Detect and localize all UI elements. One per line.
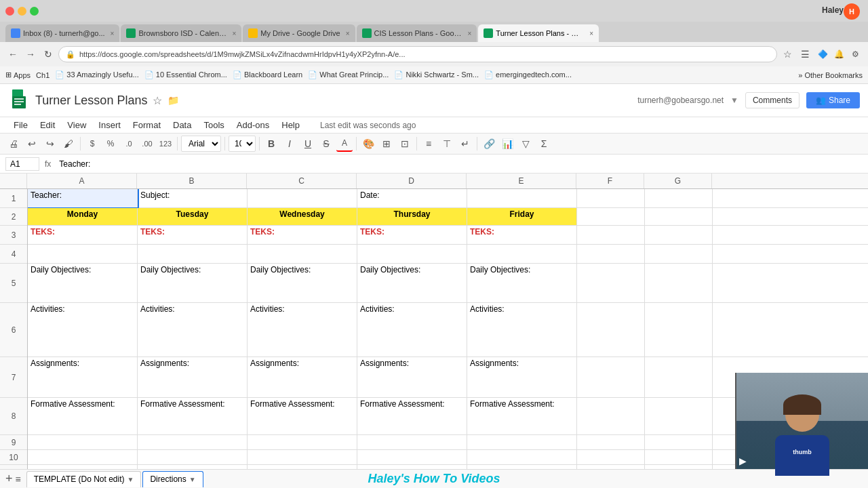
col-header-c[interactable]: C [247,174,357,188]
sheet-tab-template[interactable]: TEMPLATE (Do Not edit) ▼ [26,471,142,487]
cell-c6-activities[interactable]: Activities: [248,303,357,357]
bookmark-nikki[interactable]: 📄 Nikki Schwartz - Sm... [394,70,479,79]
cell-f8[interactable] [577,398,645,434]
cell-b6-activities[interactable]: Activities: [138,303,248,357]
text-color-button[interactable]: A [336,136,353,152]
menu-addons[interactable]: Add-ons [231,119,275,131]
cell-f3[interactable] [577,226,645,244]
cell-c10[interactable] [248,450,357,464]
cell-g10[interactable] [645,450,713,464]
cell-c8-formative[interactable]: Formative Assessment: [248,398,357,434]
cell-a7-assignments[interactable]: Assignments: [28,357,138,397]
cell-d3-teks[interactable]: TEKS: [357,226,467,244]
sheet-list-button[interactable]: ≡ [16,474,21,485]
row-num-1[interactable]: 1 [0,189,27,208]
back-button[interactable]: ← [5,47,20,62]
cell-f1[interactable] [577,189,645,207]
close-button[interactable] [5,7,14,16]
cell-g6[interactable] [645,303,713,357]
menu-tools[interactable]: Tools [198,119,229,131]
ext-icon-3[interactable]: ⚙ [848,47,863,62]
cell-b1[interactable]: Subject: [138,189,248,207]
reload-button[interactable]: ↻ [41,47,56,62]
forward-button[interactable]: → [23,47,38,62]
menu-view[interactable]: View [62,119,92,131]
col-header-g[interactable]: G [644,174,712,188]
cell-g8[interactable] [645,398,713,434]
cell-a10[interactable] [28,450,138,464]
percent-button[interactable]: % [102,136,119,152]
comments-button[interactable]: Comments [745,92,800,108]
menu-help[interactable]: Help [276,119,305,131]
bookmark-blackboard[interactable]: 📄 Blackboard Learn [233,70,302,79]
col-header-f[interactable]: F [576,174,644,188]
bookmark-apps[interactable]: ⊞ Apps [5,70,31,79]
merge-button[interactable]: ⊡ [397,136,413,152]
cell-a1[interactable]: Teacher: [28,189,138,207]
cell-e9[interactable] [467,435,577,449]
cell-d7-assignments[interactable]: Assignments: [357,357,467,397]
cell-e4[interactable] [467,245,577,263]
row-num-2[interactable]: 2 [0,208,27,226]
tab-close-icon[interactable]: × [111,30,115,37]
cell-g3[interactable] [645,226,713,244]
paint-format-button[interactable]: 🖌 [60,136,77,152]
menu-format[interactable]: Format [127,119,166,131]
cell-a9[interactable] [28,435,138,449]
italic-button[interactable]: I [281,136,298,152]
cell-c4[interactable] [248,245,357,263]
cell-e7-assignments[interactable]: Assignments: [467,357,577,397]
cell-b4[interactable] [138,245,248,263]
cell-c2-wednesday[interactable]: Wednesday [248,208,357,225]
tab-inbox[interactable]: Inbox (8) - turnerh@go... × [5,24,119,42]
cell-c7-assignments[interactable]: Assignments: [248,357,357,397]
share-button[interactable]: 👥 Share [806,92,860,108]
row-num-10[interactable]: 10 [0,450,27,465]
cell-c5-objectives[interactable]: Daily Objectives: [248,264,357,302]
cell-d10[interactable] [357,450,467,464]
cell-d6-activities[interactable]: Activities: [357,303,467,357]
cell-e8-formative[interactable]: Formative Assessment: [467,398,577,434]
cell-e3-teks[interactable]: TEKS: [467,226,577,244]
cell-a2-monday[interactable]: Monday [28,208,138,225]
cell-d2-thursday[interactable]: Thursday [357,208,467,225]
filter-button[interactable]: ▽ [517,136,534,152]
font-size-selector[interactable]: 10 [229,136,256,152]
col-header-e[interactable]: E [467,174,576,188]
bookmark-33[interactable]: 📄 33 Amazingly Usefu... [55,70,138,79]
minimize-button[interactable] [18,7,26,16]
folder-icon[interactable]: 📁 [167,95,179,106]
other-bookmarks[interactable]: » Other Bookmarks [798,71,863,79]
strikethrough-button[interactable]: S [318,136,334,152]
maximize-button[interactable] [30,7,39,16]
cell-a6-activities[interactable]: Activities: [28,303,138,357]
align-vert[interactable]: ⊤ [439,136,455,152]
user-avatar[interactable]: H [844,3,860,20]
cell-f7[interactable] [577,357,645,397]
cell-d8-formative[interactable]: Formative Assessment: [357,398,467,434]
ext-icon-2[interactable]: 🔔 [831,47,846,62]
cell-f9[interactable] [577,435,645,449]
cell-g4[interactable] [645,245,713,263]
cell-g1[interactable] [645,189,713,207]
cell-c9[interactable] [248,435,357,449]
tab-close-icon[interactable]: × [468,30,472,37]
col-header-b[interactable]: B [137,174,247,188]
cell-c3-teks[interactable]: TEKS: [248,226,357,244]
row-num-5[interactable]: 5 [0,264,27,303]
cell-e10[interactable] [467,450,577,464]
tab-close-icon[interactable]: × [346,30,350,37]
extensions-button[interactable]: ☰ [797,47,812,62]
cell-g7[interactable] [645,357,713,397]
cell-d9[interactable] [357,435,467,449]
bookmark-icon[interactable]: ☆ [780,47,795,62]
cell-b10[interactable] [138,450,248,464]
col-header-a[interactable]: A [27,174,137,188]
cell-e6-activities[interactable]: Activities: [467,303,577,357]
format-number[interactable]: 123 [157,136,174,152]
fill-color-button[interactable]: 🎨 [360,136,376,152]
cell-e1[interactable] [467,189,577,207]
cell-g2[interactable] [645,208,713,225]
cell-f4[interactable] [577,245,645,263]
formula-input[interactable] [56,158,863,170]
